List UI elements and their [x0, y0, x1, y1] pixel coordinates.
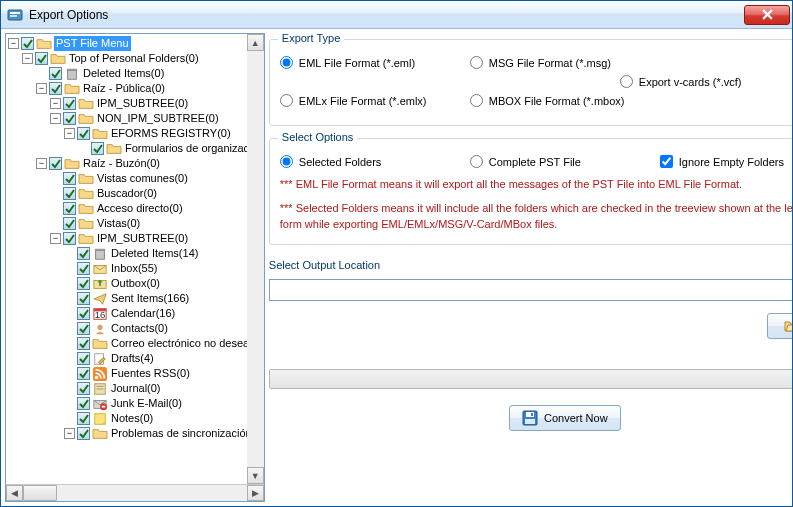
tree-checkbox[interactable] — [77, 277, 90, 290]
tree-item-label: IPM_SUBTREE(0) — [96, 96, 188, 111]
tree-item[interactable]: −IPM_SUBTREE(0) — [8, 96, 264, 111]
tree-checkbox[interactable] — [63, 112, 76, 125]
tree-checkbox[interactable] — [77, 367, 90, 380]
tree-item-label: Problemas de sincronización(8 — [110, 426, 261, 441]
tree-checkbox[interactable] — [77, 247, 90, 260]
tree-item[interactable]: Vistas comunes(0) — [8, 171, 264, 186]
tree-item-label: PST File Menu — [54, 36, 131, 51]
tree-checkbox[interactable] — [77, 337, 90, 350]
tree-item[interactable]: Junk E-Mail(0) — [8, 396, 264, 411]
tree-item[interactable]: Notes(0) — [8, 411, 264, 426]
titlebar: Export Options — [1, 1, 792, 29]
tree-checkbox[interactable] — [77, 127, 90, 140]
svg-rect-5 — [531, 413, 533, 416]
checkbox-ignore-empty[interactable]: Ignore Empty Folders — [660, 155, 792, 168]
hscroll-thumb[interactable] — [23, 485, 57, 501]
radio-complete-pst[interactable]: Complete PST File — [470, 155, 630, 168]
collapse-icon[interactable]: − — [50, 113, 61, 124]
tree-checkbox[interactable] — [63, 217, 76, 230]
browse-button[interactable]: Browse — [767, 313, 792, 339]
contacts-icon — [92, 322, 108, 336]
tree-item-label: Vistas(0) — [96, 216, 140, 231]
tree-checkbox[interactable] — [63, 172, 76, 185]
tree-checkbox[interactable] — [77, 292, 90, 305]
tree-hscrollbar[interactable]: ◀ ▶ — [6, 484, 264, 501]
tree-item[interactable]: −PST File Menu — [8, 36, 264, 51]
collapse-icon[interactable]: − — [64, 428, 75, 439]
radio-emlx[interactable]: EMLx File Format (*.emlx) — [280, 94, 440, 107]
collapse-icon[interactable]: − — [22, 53, 33, 64]
tree-checkbox[interactable] — [91, 142, 104, 155]
tree-checkbox[interactable] — [77, 352, 90, 365]
tree-item-label: Raíz - Pública(0) — [82, 81, 165, 96]
tree-item[interactable]: −IPM_SUBTREE(0) — [8, 231, 264, 246]
tree-checkbox[interactable] — [49, 82, 62, 95]
scroll-right-icon[interactable]: ▶ — [247, 485, 264, 501]
tree-item[interactable]: Acceso directo(0) — [8, 201, 264, 216]
tree-checkbox[interactable] — [21, 37, 34, 50]
rss-icon — [92, 367, 108, 381]
collapse-icon[interactable]: − — [50, 233, 61, 244]
tree-item[interactable]: Journal(0) — [8, 381, 264, 396]
tree-item[interactable]: Deleted Items(0) — [8, 66, 264, 81]
drafts-icon — [92, 352, 108, 366]
tree-item[interactable]: Inbox(55) — [8, 261, 264, 276]
sent-icon — [92, 292, 108, 306]
collapse-icon[interactable]: − — [8, 38, 19, 49]
tree-checkbox[interactable] — [77, 397, 90, 410]
radio-msg[interactable]: MSG File Format (*.msg) — [470, 56, 630, 69]
tree-item[interactable]: Sent Items(166) — [8, 291, 264, 306]
tree-item-label: Raíz - Buzón(0) — [82, 156, 160, 171]
tree-checkbox[interactable] — [77, 262, 90, 275]
tree-checkbox[interactable] — [63, 232, 76, 245]
tree-checkbox[interactable] — [77, 382, 90, 395]
collapse-icon[interactable]: − — [36, 158, 47, 169]
tree-item[interactable]: −NON_IPM_SUBTREE(0) — [8, 111, 264, 126]
tree-checkbox[interactable] — [63, 187, 76, 200]
folder-tree[interactable]: −PST File Menu−Top of Personal Folders(0… — [6, 34, 264, 484]
tree-item[interactable]: Drafts(4) — [8, 351, 264, 366]
radio-vcard[interactable]: Export v-cards (*.vcf) — [620, 75, 780, 88]
collapse-icon[interactable]: − — [50, 98, 61, 109]
collapse-icon[interactable]: − — [36, 83, 47, 94]
folder-icon — [64, 157, 80, 171]
radio-eml[interactable]: EML File Format (*.eml) — [280, 56, 440, 69]
tree-checkbox[interactable] — [77, 412, 90, 425]
convert-now-button[interactable]: Convert Now — [509, 405, 621, 431]
tree-checkbox[interactable] — [77, 322, 90, 335]
tree-item-label: IPM_SUBTREE(0) — [96, 231, 188, 246]
tree-item[interactable]: Deleted Items(14) — [8, 246, 264, 261]
tree-item[interactable]: Outbox(0) — [8, 276, 264, 291]
tree-item[interactable]: Calendar(16) — [8, 306, 264, 321]
tree-checkbox[interactable] — [77, 307, 90, 320]
tree-item[interactable]: −EFORMS REGISTRY(0) — [8, 126, 264, 141]
tree-item[interactable]: Correo electrónico no deseado — [8, 336, 264, 351]
collapse-icon[interactable]: − — [64, 128, 75, 139]
scroll-down-icon[interactable]: ▼ — [247, 467, 264, 484]
tree-checkbox[interactable] — [35, 52, 48, 65]
app-icon — [7, 7, 23, 23]
tree-vscrollbar[interactable]: ▲ ▼ — [247, 34, 264, 484]
tree-item[interactable]: −Problemas de sincronización(8 — [8, 426, 264, 441]
tree-item[interactable]: Contacts(0) — [8, 321, 264, 336]
tree-item[interactable]: Buscador(0) — [8, 186, 264, 201]
close-button[interactable] — [744, 5, 790, 25]
folder-icon — [92, 337, 108, 351]
radio-selected-folders[interactable]: Selected Folders — [280, 155, 440, 168]
tree-item[interactable]: Formularios de organización — [8, 141, 264, 156]
scroll-up-icon[interactable]: ▲ — [247, 34, 264, 51]
radio-mbox[interactable]: MBOX File Format (*.mbox) — [470, 94, 630, 107]
tree-checkbox[interactable] — [63, 202, 76, 215]
notes-icon — [92, 412, 108, 426]
tree-item[interactable]: −Top of Personal Folders(0) — [8, 51, 264, 66]
tree-checkbox[interactable] — [63, 97, 76, 110]
tree-checkbox[interactable] — [77, 427, 90, 440]
tree-item[interactable]: −Raíz - Pública(0) — [8, 81, 264, 96]
scroll-left-icon[interactable]: ◀ — [6, 485, 23, 501]
tree-item[interactable]: −Raíz - Buzón(0) — [8, 156, 264, 171]
tree-item[interactable]: Vistas(0) — [8, 216, 264, 231]
tree-checkbox[interactable] — [49, 67, 62, 80]
tree-item[interactable]: Fuentes RSS(0) — [8, 366, 264, 381]
tree-checkbox[interactable] — [49, 157, 62, 170]
output-location-input[interactable] — [269, 279, 792, 301]
